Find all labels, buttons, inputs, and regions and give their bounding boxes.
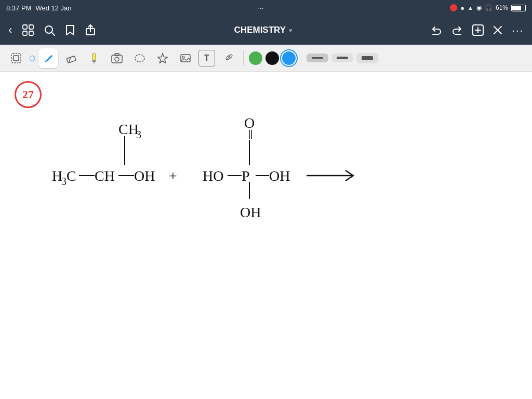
svg-text:C: C (66, 168, 76, 184)
svg-text:CH: CH (95, 168, 115, 184)
chemistry-equation-svg: .chem { font-family: Georgia, 'Times New… (52, 113, 520, 269)
svg-rect-21 (115, 54, 119, 56)
image-tool-button[interactable] (176, 48, 195, 68)
signal-icon: ◉ (476, 4, 482, 11)
svg-text:3: 3 (61, 176, 66, 187)
drawing-toolbar: ⬡ (0, 45, 532, 72)
toolbar-divider2 (301, 50, 301, 66)
back-button[interactable]: ‹ (8, 23, 12, 37)
svg-text:HO: HO (203, 168, 223, 184)
text-tool-button[interactable]: T (198, 50, 215, 66)
bookmark-button[interactable] (65, 24, 75, 36)
wifi-icon: ● (460, 4, 464, 12)
title-dropdown-button[interactable]: ▾ (289, 26, 292, 34)
svg-rect-12 (11, 54, 21, 63)
svg-rect-16 (92, 54, 96, 61)
cellular-icon: ▲ (468, 5, 473, 11)
more-options-button[interactable]: ··· (512, 24, 524, 36)
close-button[interactable] (493, 25, 502, 35)
svg-point-22 (135, 55, 144, 62)
color-green-button[interactable] (249, 51, 262, 65)
highlighter-tool-button[interactable] (84, 48, 104, 68)
svg-text:+: + (169, 168, 177, 184)
date-display: Wed 12 Jan (35, 4, 71, 12)
svg-text:OH: OH (269, 168, 290, 184)
svg-text:OH: OH (240, 204, 261, 220)
svg-rect-1 (29, 25, 33, 29)
svg-point-25 (182, 56, 184, 58)
toolbar-center: CHEMISTRY ▾ (234, 25, 293, 35)
thickness-selected-button[interactable] (307, 54, 328, 62)
toolbar-left: ‹ (8, 23, 96, 37)
color-blue-button[interactable] (282, 51, 296, 65)
color-black-button[interactable] (265, 51, 279, 65)
svg-line-5 (51, 32, 55, 35)
svg-rect-0 (23, 25, 27, 29)
bluetooth-icon: ⬡ (29, 54, 35, 62)
camera-tool-button[interactable] (107, 48, 127, 68)
pen-tool-button[interactable] (38, 48, 58, 68)
time-display: 8:37 PM (6, 4, 31, 12)
thickness-medium-button[interactable] (331, 54, 353, 62)
eraser-tool-button[interactable] (61, 48, 81, 68)
status-bar: 8:37 PM Wed 12 Jan ··· ● ▲ ◉ 🎧 61% (0, 0, 532, 16)
battery-display: 61% (496, 4, 508, 11)
top-toolbar: ‹ C (0, 16, 532, 45)
svg-rect-14 (66, 56, 76, 63)
headphone-icon: 🎧 (485, 4, 493, 11)
question-number-circle: 27 (15, 81, 42, 108)
svg-text:O: O (244, 115, 255, 131)
svg-text:P: P (242, 168, 250, 184)
svg-rect-3 (29, 31, 33, 35)
status-dots: ··· (258, 4, 263, 12)
battery-icon (511, 5, 526, 11)
question-number: 27 (22, 88, 34, 101)
star-tool-button[interactable] (153, 48, 172, 68)
toolbar-right: ··· (431, 24, 524, 36)
thickness-thick-button[interactable] (356, 53, 378, 63)
status-left: 8:37 PM Wed 12 Jan (6, 4, 72, 12)
undo-button[interactable] (431, 24, 442, 36)
svg-point-20 (115, 57, 119, 61)
svg-text:3: 3 (136, 129, 141, 140)
svg-text:OH: OH (134, 168, 155, 184)
svg-rect-2 (23, 31, 27, 35)
canvas-area[interactable]: 27 .chem { font-family: Georgia, 'Times … (0, 72, 532, 399)
document-title: CHEMISTRY (234, 25, 286, 35)
redo-button[interactable] (451, 24, 463, 36)
grid-button[interactable] (22, 24, 34, 36)
select-tool-button[interactable] (6, 48, 26, 68)
add-page-button[interactable] (472, 24, 484, 36)
search-button[interactable] (44, 25, 55, 36)
svg-rect-13 (14, 56, 19, 61)
lasso-tool-button[interactable] (130, 48, 150, 68)
ruler-tool-button[interactable] (218, 48, 238, 68)
status-right: ● ▲ ◉ 🎧 61% (450, 4, 526, 12)
record-icon (450, 4, 457, 11)
svg-marker-23 (158, 54, 167, 63)
toolbar-divider (243, 50, 244, 66)
share-button[interactable] (85, 24, 96, 36)
